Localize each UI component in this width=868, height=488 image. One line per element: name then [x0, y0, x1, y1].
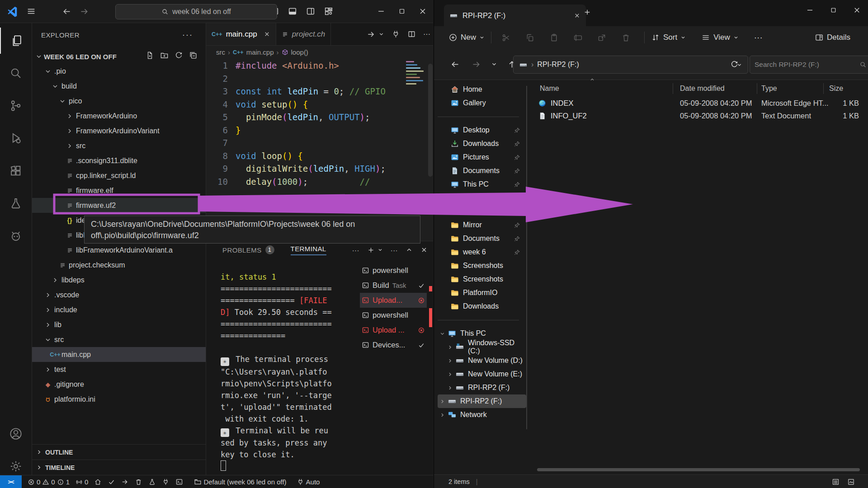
new-tab-icon[interactable] — [583, 8, 591, 16]
tree-item[interactable]: pico — [32, 94, 206, 108]
nav-pane-scrollbar[interactable] — [526, 86, 527, 429]
activity-run-debug-icon[interactable] — [0, 125, 32, 151]
pio-terminal-icon[interactable] — [175, 478, 183, 486]
collapse-all-icon[interactable] — [189, 51, 198, 60]
menu-icon[interactable] — [26, 6, 36, 16]
column-size[interactable]: Size — [829, 84, 843, 93]
new-terminal-icon[interactable] — [367, 246, 375, 254]
thumbnail-view-icon[interactable] — [847, 478, 855, 486]
tree-item[interactable]: .pio — [32, 64, 206, 79]
breadcrumb[interactable]: src › C++ main.cpp › loop() — [206, 45, 443, 59]
copy-icon[interactable] — [525, 33, 535, 42]
tree-item[interactable]: ◆.gitignore — [32, 377, 206, 392]
tree-item[interactable]: lib — [32, 317, 206, 332]
nav-item-pictures[interactable]: Pictures — [438, 150, 526, 164]
tree-item[interactable]: FrameworkArduino — [32, 108, 206, 123]
pio-build-icon[interactable] — [108, 478, 115, 486]
nav-item-mirror[interactable]: Mirror — [438, 218, 526, 232]
tree-item[interactable]: libdeps — [32, 272, 206, 287]
pio-home-icon[interactable] — [94, 478, 102, 486]
refresh-icon[interactable] — [730, 60, 739, 69]
activity-explorer-icon[interactable] — [0, 28, 33, 54]
new-button[interactable]: New — [448, 33, 485, 42]
nav-item-documents[interactable]: Documents — [438, 232, 526, 245]
more-tabs-icon[interactable]: ··· — [352, 246, 359, 254]
maximize-panel-icon[interactable] — [406, 246, 413, 253]
activity-testing-icon[interactable] — [0, 190, 32, 216]
nav-item-this-pc[interactable]: This PC — [438, 178, 526, 191]
code-editor[interactable]: 1#include <Arduino.h>2 3const int ledPin… — [206, 59, 433, 241]
pio-port-selector[interactable]: Auto — [297, 478, 320, 486]
activity-account-icon[interactable] — [0, 421, 32, 447]
tab-terminal[interactable]: TERMINAL — [291, 245, 326, 255]
back-icon[interactable] — [450, 60, 460, 69]
split-editor-icon[interactable] — [407, 30, 416, 38]
tree-item[interactable]: test — [32, 362, 206, 377]
tree-item[interactable]: libFrameworkArduinoVariant.a — [32, 243, 206, 258]
chevron-down-icon[interactable] — [377, 247, 383, 253]
pio-env-selector[interactable]: Default (week 06 led on off) — [194, 478, 286, 486]
tree-item[interactable]: .vscode — [32, 287, 206, 302]
explorer-more-icon[interactable]: ··· — [182, 30, 193, 40]
task-item[interactable]: Upload... — [360, 293, 427, 308]
tree-item[interactable]: platformio.ini — [32, 392, 206, 407]
task-item[interactable]: powershell — [360, 308, 427, 323]
activity-source-control-icon[interactable] — [0, 93, 32, 119]
vscode-close-button[interactable] — [412, 0, 433, 23]
task-item[interactable]: Devices... — [360, 338, 427, 352]
pio-serial-icon[interactable] — [162, 478, 170, 486]
history-forward-icon[interactable] — [80, 7, 89, 16]
chevron-down-icon[interactable] — [378, 31, 384, 37]
task-item[interactable]: Upload ... — [360, 323, 427, 338]
activity-extensions-icon[interactable] — [0, 158, 32, 184]
tree-item[interactable]: cpp.linker_script.ld — [32, 168, 206, 183]
nav-item-downloads[interactable]: Downloads — [438, 137, 526, 150]
nav-item-week-6[interactable]: week 6 — [438, 245, 526, 259]
explorer-minimize-button[interactable] — [798, 0, 821, 20]
tree-item[interactable]: FrameworkArduinoVariant — [32, 123, 206, 138]
file-row[interactable]: INDEX05-09-2008 04:20 PMMicrosoft Edge H… — [532, 97, 868, 109]
activity-search-icon[interactable] — [0, 60, 32, 86]
pio-clean-icon[interactable] — [135, 478, 142, 486]
horizontal-scrollbar[interactable] — [537, 468, 860, 471]
minimap[interactable] — [406, 61, 426, 124]
tree-item[interactable]: src — [32, 138, 206, 153]
nav-item-windows-ssd-c-[interactable]: Windows-SSD (C:) — [438, 340, 526, 354]
close-panel-icon[interactable] — [420, 246, 428, 253]
address-input[interactable]: › RPI-RP2 (F:) — [513, 56, 748, 74]
tree-item[interactable]: project.checksum — [32, 258, 206, 272]
cut-icon[interactable] — [501, 33, 511, 42]
sort-button[interactable]: Sort — [651, 33, 686, 42]
new-folder-icon[interactable] — [160, 51, 169, 60]
task-item[interactable]: BuildTask — [360, 278, 427, 293]
nav-item-desktop[interactable]: Desktop — [438, 123, 526, 137]
toggle-panel-icon[interactable] — [288, 6, 297, 16]
nav-item-network[interactable]: Network — [438, 408, 526, 422]
paste-icon[interactable] — [549, 33, 559, 42]
close-tab-icon[interactable] — [574, 12, 580, 19]
task-item[interactable]: powershell — [360, 263, 427, 278]
tree-item[interactable]: C++main.cpp — [32, 347, 206, 362]
tab-problems[interactable]: PROBLEMS 1 — [222, 245, 274, 254]
column-type[interactable]: Type — [761, 84, 777, 93]
panel-more-icon[interactable]: ··· — [391, 246, 398, 254]
explorer-maximize-button[interactable] — [821, 0, 845, 20]
nav-item-home[interactable]: Home — [438, 83, 526, 96]
nav-item-platformio[interactable]: PlatformIO — [438, 286, 526, 300]
view-button[interactable]: View — [701, 33, 739, 42]
nav-item-this-pc[interactable]: This PC — [438, 327, 526, 340]
details-view-icon[interactable] — [832, 478, 840, 486]
nav-item-rpi-rp2-f-[interactable]: RPI-RP2 (F:) — [438, 381, 526, 394]
details-button[interactable]: Details — [815, 33, 850, 42]
debug-plug-icon[interactable] — [392, 30, 400, 38]
run-task-icon[interactable] — [367, 30, 376, 39]
outline-section[interactable]: OUTLINE — [32, 444, 206, 460]
nav-item-gallery[interactable]: Gallery — [438, 96, 526, 110]
nav-item-documents[interactable]: Documents — [438, 164, 526, 178]
tree-item[interactable]: build — [32, 79, 206, 94]
vscode-minimize-button[interactable] — [371, 0, 392, 23]
tree-item[interactable]: firmware.uf2 — [32, 198, 206, 213]
new-file-icon[interactable] — [146, 51, 154, 60]
nav-item-downloads[interactable]: Downloads — [438, 300, 526, 313]
pio-test-icon[interactable] — [148, 478, 156, 486]
